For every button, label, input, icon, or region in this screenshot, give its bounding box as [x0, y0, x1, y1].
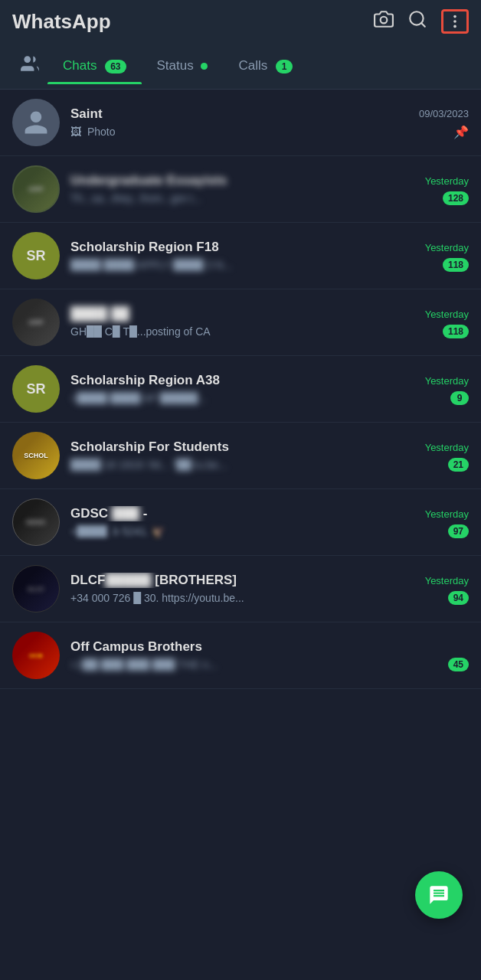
status-dot — [201, 63, 208, 70]
chat-preview-group3: GH██ C█ T█...posting of CA — [70, 325, 415, 338]
chat-item-group3[interactable]: GRP ████ ██ Yesterday GH██ C█ T█...posti… — [0, 289, 481, 356]
tab-status[interactable]: Status — [142, 47, 224, 84]
header: WhatsApp — [0, 0, 481, 43]
chat-name-gdsc: GDSC ███ - — [70, 506, 147, 521]
svg-line-2 — [421, 23, 425, 27]
svg-point-6 — [24, 56, 31, 63]
chat-preview-undergraduate-essayists: Th...sa...they...from...gre t... — [70, 192, 415, 204]
chat-name-scholarship-region-a38: Scholarship Region A38 — [70, 373, 220, 388]
unread-badge-scholarship-region-f18: 118 — [443, 258, 469, 272]
tab-communities[interactable] — [12, 43, 47, 89]
avatar-group3: GRP — [12, 299, 60, 346]
tabs-bar: Chats 63 Status Calls 1 — [0, 43, 481, 90]
chat-time-undergraduate-essayists: Yesterday — [425, 175, 469, 187]
pin-icon: 📌 — [453, 125, 469, 139]
chat-time-scholarship-region-f18: Yesterday — [425, 242, 469, 253]
avatar-dlcf: DLCF — [12, 565, 60, 612]
chat-item-gdsc[interactable]: GDSC GDSC ███ - Yesterday +████ .b 5241.… — [0, 489, 481, 556]
svg-point-3 — [453, 15, 456, 18]
chat-time-scholarship-region-a38: Yesterday — [425, 375, 469, 387]
unread-badge-scholarship-for-students: 21 — [448, 458, 469, 472]
svg-point-0 — [381, 17, 388, 24]
avatar-undergraduate-essayists: GRP — [12, 165, 60, 213]
chat-content-scholarship-region-a38: Scholarship Region A38 Yesterday +████ █… — [70, 373, 469, 405]
chat-time-dlcf: Yesterday — [425, 575, 469, 586]
chat-item-dlcf[interactable]: DLCF DLCF█████ [BROTHERS] Yesterday +34 … — [0, 556, 481, 622]
chat-content-scholarship-for-students: Scholarship For Students Yesterday ████ … — [70, 439, 469, 472]
chat-name-scholarship-for-students: Scholarship For Students — [70, 439, 229, 455]
chat-preview-scholarship-region-a38: +████ ████ AP █████... — [70, 392, 415, 404]
tab-calls[interactable]: Calls 1 — [223, 47, 308, 84]
chat-content-off-campus-brothers: Off Campus Brothers +2██ ███ ███ ███ THE… — [70, 639, 469, 671]
chat-name-group3: ████ ██ — [70, 306, 129, 322]
chat-preview-scholarship-for-students: ████ 18 1919: htt... "██ tu.be... — [70, 459, 415, 471]
unread-badge-gdsc: 97 — [448, 524, 469, 538]
compose-fab[interactable] — [415, 871, 463, 919]
chats-unread-badge: 63 — [105, 60, 126, 74]
chat-preview-saint: 🖼 Photo — [70, 126, 415, 138]
unread-badge-group3: 118 — [443, 325, 469, 338]
chat-name-scholarship-region-f18: Scholarship Region F18 — [70, 240, 219, 255]
chat-content-scholarship-region-f18: Scholarship Region F18 Yesterday ████ ██… — [70, 240, 469, 272]
calls-badge: 1 — [276, 60, 293, 74]
chat-item-off-campus-brothers[interactable]: OCB Off Campus Brothers +2██ ███ ███ ███… — [0, 622, 481, 689]
chat-name-dlcf: DLCF█████ [BROTHERS] — [70, 573, 237, 588]
tab-status-label: Status — [157, 58, 194, 73]
header-icons — [374, 9, 469, 34]
unread-badge-dlcf: 94 — [448, 591, 469, 605]
chat-preview-gdsc: +████ .b 5241. 🦅 — [70, 525, 415, 537]
unread-badge-scholarship-region-a38: 9 — [450, 391, 469, 405]
avatar-off-campus-brothers: OCB — [12, 632, 60, 679]
chat-content-saint: Saint 09/03/2023 🖼 Photo 📌 — [70, 106, 469, 139]
avatar-scholarship-region-a38: SR — [12, 365, 60, 413]
unread-badge-undergraduate-essayists: 128 — [443, 191, 469, 205]
avatar-saint — [12, 99, 60, 146]
chat-content-undergraduate-essayists: Undergraduate Essayists Yesterday Th...s… — [70, 173, 469, 205]
unread-badge-off-campus-brothers: 45 — [448, 658, 469, 671]
chat-preview-off-campus-brothers: +2██ ███ ███ ███ THE n... — [70, 658, 415, 671]
svg-point-4 — [453, 20, 456, 23]
chat-name-off-campus-brothers: Off Campus Brothers — [70, 639, 202, 655]
svg-point-5 — [453, 25, 456, 28]
search-icon[interactable] — [407, 9, 427, 34]
chat-item-undergraduate-essayists[interactable]: GRP Undergraduate Essayists Yesterday Th… — [0, 156, 481, 223]
more-options-button[interactable] — [441, 9, 469, 34]
chat-item-scholarship-region-f18[interactable]: SR Scholarship Region F18 Yesterday ████… — [0, 223, 481, 289]
chat-preview-dlcf: +34 000 726 █ 30. https://youtu.be... — [70, 592, 415, 604]
avatar-scholarship-region-f18: SR — [12, 232, 60, 279]
chat-list: Saint 09/03/2023 🖼 Photo 📌 GRP Undergrad… — [0, 90, 481, 689]
chat-item-scholarship-for-students[interactable]: SCHOL Scholarship For Students Yesterday… — [0, 423, 481, 489]
tab-calls-label: Calls — [238, 58, 267, 73]
chat-content-dlcf: DLCF█████ [BROTHERS] Yesterday +34 000 7… — [70, 573, 469, 605]
avatar-gdsc: GDSC — [12, 498, 60, 546]
chat-content-group3: ████ ██ Yesterday GH██ C█ T█...posting o… — [70, 306, 469, 338]
chat-name-saint: Saint — [70, 106, 103, 122]
app-title: WhatsApp — [12, 10, 111, 34]
chat-time-gdsc: Yesterday — [425, 508, 469, 520]
tab-chats-label: Chats — [63, 58, 97, 73]
camera-icon[interactable] — [374, 9, 394, 34]
chat-time-group3: Yesterday — [425, 309, 469, 320]
chat-content-gdsc: GDSC ███ - Yesterday +████ .b 5241. 🦅 97 — [70, 506, 469, 538]
chat-preview-scholarship-region-f18: ████ ████ APPLY ████ 3 N... — [70, 259, 415, 271]
tab-chats[interactable]: Chats 63 — [47, 47, 142, 84]
chat-name-undergraduate-essayists: Undergraduate Essayists — [70, 173, 227, 188]
chat-time-saint: 09/03/2023 — [419, 108, 469, 119]
chat-item-saint[interactable]: Saint 09/03/2023 🖼 Photo 📌 — [0, 90, 481, 156]
chat-item-scholarship-region-a38[interactable]: SR Scholarship Region A38 Yesterday +███… — [0, 356, 481, 423]
chat-time-scholarship-for-students: Yesterday — [425, 442, 469, 453]
avatar-scholarship-for-students: SCHOL — [12, 432, 60, 479]
